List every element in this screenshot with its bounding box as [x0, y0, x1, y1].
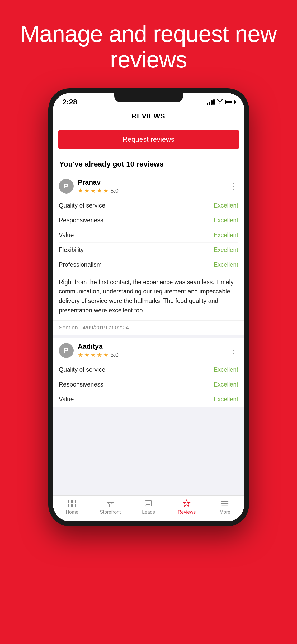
rating-num-2: 5.0 — [111, 352, 119, 358]
reviewer-info-2: Aaditya ★ ★ ★ ★ ★ 5.0 — [78, 342, 225, 358]
wifi-icon — [217, 99, 223, 105]
criteria-value-professionalism-1: Excellent — [214, 261, 238, 268]
status-time: 2:28 — [63, 98, 77, 106]
star-4: ★ — [97, 187, 102, 194]
star-2-4: ★ — [97, 352, 102, 358]
star-row-1: ★ ★ ★ ★ ★ 5.0 — [78, 187, 225, 194]
nav-label-more: More — [220, 509, 230, 515]
criteria-row-value-2: Value Excellent — [59, 392, 238, 407]
screen-title: REVIEWS — [53, 108, 244, 125]
hero-title: Manage and request new reviews — [0, 0, 297, 88]
screen-content: Request reviews You've already got 10 re… — [53, 125, 244, 495]
reviews-count-text: You've already got 10 reviews — [59, 160, 164, 168]
review-more-button-2[interactable]: ⋮ — [229, 346, 238, 355]
svg-rect-1 — [73, 500, 76, 503]
reviewer-name-2: Aaditya — [78, 342, 225, 351]
review-date-1: Sent on 14/09/2019 at 02:04 — [53, 320, 244, 335]
criteria-label-responsiveness-2: Responsiveness — [59, 381, 103, 388]
leads-icon — [144, 499, 153, 508]
svg-rect-2 — [69, 504, 72, 507]
request-reviews-button[interactable]: Request reviews — [58, 130, 239, 149]
reviews-list: P Pranav ★ ★ ★ ★ ★ 5.0 — [53, 173, 244, 495]
review-text-block-1: Right from the first contact, the experi… — [53, 272, 244, 321]
rating-num-1: 5.0 — [111, 187, 119, 194]
review-header-1: P Pranav ★ ★ ★ ★ ★ 5.0 — [53, 173, 244, 198]
review-card-2: P Aaditya ★ ★ ★ ★ ★ 5.0 — [53, 338, 244, 407]
reviews-count-section: You've already got 10 reviews — [53, 154, 244, 173]
star-row-2: ★ ★ ★ ★ ★ 5.0 — [78, 352, 225, 358]
star-2-5: ★ — [103, 352, 109, 358]
review-more-button-1[interactable]: ⋮ — [229, 182, 238, 191]
review-text-1: Right from the first contact, the experi… — [59, 278, 238, 315]
nav-item-home[interactable]: Home — [59, 499, 85, 515]
star-5: ★ — [103, 187, 109, 194]
reviews-icon — [182, 499, 191, 508]
star-2: ★ — [84, 187, 89, 194]
nav-label-leads: Leads — [142, 509, 155, 515]
star-1: ★ — [78, 187, 83, 194]
review-header-2: P Aaditya ★ ★ ★ ★ ★ 5.0 — [53, 338, 244, 362]
nav-item-reviews[interactable]: Reviews — [173, 499, 200, 515]
phone-mockup: 2:28 — [48, 88, 249, 526]
criteria-label-quality-2: Quality of service — [59, 366, 105, 373]
criteria-value-responsiveness-1: Excellent — [214, 217, 238, 224]
battery-icon — [225, 100, 235, 104]
criteria-label-value-2: Value — [59, 396, 74, 403]
storefront-icon — [106, 499, 115, 508]
home-icon — [68, 499, 77, 508]
star-2-1: ★ — [78, 352, 83, 358]
criteria-value-quality-2: Excellent — [214, 366, 238, 373]
criteria-label-quality-1: Quality of service — [59, 202, 105, 209]
status-icons — [207, 99, 235, 105]
criteria-label-flexibility-1: Flexibility — [59, 246, 84, 254]
criteria-row-value-1: Value Excellent — [59, 228, 238, 243]
bottom-nav: Home Storefront Leads — [53, 495, 244, 521]
criteria-row-professionalism-1: Professionalism Excellent — [59, 257, 238, 272]
star-3: ★ — [91, 187, 96, 194]
more-icon — [220, 499, 229, 508]
signal-icon — [207, 99, 215, 105]
nav-label-home: Home — [66, 509, 78, 515]
criteria-row-responsiveness-2: Responsiveness Excellent — [59, 377, 238, 392]
review-card-1: P Pranav ★ ★ ★ ★ ★ 5.0 — [53, 173, 244, 335]
reviewer-name-1: Pranav — [78, 178, 225, 186]
svg-rect-7 — [145, 501, 152, 506]
criteria-value-value-1: Excellent — [214, 232, 238, 239]
review-criteria-1: Quality of service Excellent Responsiven… — [53, 198, 244, 272]
criteria-value-flexibility-1: Excellent — [214, 246, 238, 254]
phone-notch — [114, 93, 183, 102]
nav-item-leads[interactable]: Leads — [135, 499, 162, 515]
star-2-3: ★ — [91, 352, 96, 358]
svg-rect-4 — [107, 503, 114, 507]
phone-screen: 2:28 — [53, 93, 244, 521]
nav-label-reviews: Reviews — [178, 509, 196, 515]
reviewer-avatar-1: P — [59, 179, 74, 194]
criteria-row-quality-1: Quality of service Excellent — [59, 198, 238, 213]
svg-marker-9 — [183, 500, 190, 506]
criteria-row-responsiveness-1: Responsiveness Excellent — [59, 213, 238, 228]
svg-rect-0 — [69, 500, 72, 503]
criteria-value-responsiveness-2: Excellent — [214, 381, 238, 388]
criteria-label-professionalism-1: Professionalism — [59, 261, 102, 268]
criteria-value-quality-1: Excellent — [214, 202, 238, 209]
review-criteria-2: Quality of service Excellent Responsiven… — [53, 362, 244, 407]
criteria-label-responsiveness-1: Responsiveness — [59, 217, 103, 224]
svg-rect-3 — [73, 504, 76, 507]
criteria-row-flexibility-1: Flexibility Excellent — [59, 243, 238, 257]
criteria-label-value-1: Value — [59, 232, 74, 239]
request-button-section: Request reviews — [53, 125, 244, 154]
criteria-value-value-2: Excellent — [214, 396, 238, 403]
criteria-row-quality-2: Quality of service Excellent — [59, 362, 238, 377]
reviewer-info-1: Pranav ★ ★ ★ ★ ★ 5.0 — [78, 178, 225, 194]
nav-item-more[interactable]: More — [212, 499, 238, 515]
nav-label-storefront: Storefront — [100, 509, 121, 515]
reviewer-avatar-2: P — [59, 343, 74, 358]
nav-item-storefront[interactable]: Storefront — [97, 499, 124, 515]
star-2-2: ★ — [84, 352, 89, 358]
